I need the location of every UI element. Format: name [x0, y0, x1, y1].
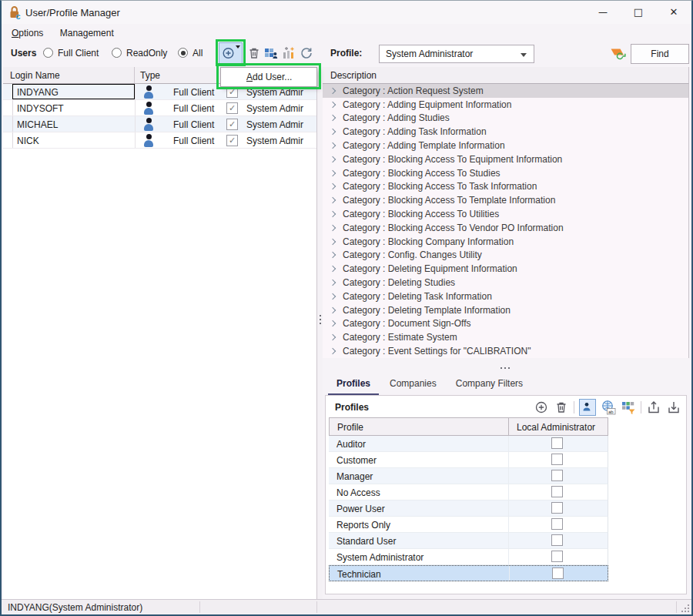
local-admin-checkbox[interactable] — [551, 486, 563, 497]
column-header-login-name[interactable]: Login Name — [3, 67, 135, 83]
chevron-right-icon[interactable] — [330, 197, 336, 203]
local-admin-checkbox[interactable] — [551, 518, 563, 530]
login-name-cell[interactable]: NICK — [12, 132, 135, 148]
user-checkbox[interactable]: ✓ — [226, 119, 238, 130]
category-row[interactable]: Category : Deleting Studies — [323, 276, 688, 290]
refresh-button[interactable] — [299, 45, 314, 61]
chevron-right-icon[interactable] — [330, 334, 336, 340]
category-row[interactable]: Category : Config. Changes Utility — [323, 249, 688, 263]
local-admin-checkbox[interactable] — [551, 470, 563, 481]
chevron-right-icon[interactable] — [330, 280, 336, 286]
user-row-michael[interactable]: MICHAEL Full Client ✓ System Admir — [3, 116, 316, 132]
profile-sync-icon[interactable] — [609, 45, 624, 60]
vertical-splitter[interactable] — [317, 67, 323, 599]
find-button[interactable]: Find — [631, 44, 689, 64]
chevron-right-icon[interactable] — [330, 293, 336, 300]
chevron-right-icon[interactable] — [330, 306, 336, 313]
menu-item-add-user[interactable]: Add User... — [221, 68, 292, 82]
column-header-local-administrator[interactable]: Local Administrator — [508, 417, 608, 436]
chevron-right-icon[interactable] — [330, 211, 336, 217]
category-row[interactable]: Category : Blocking Access To Task Infor… — [323, 180, 688, 194]
user-checkbox[interactable]: ✓ — [226, 135, 238, 146]
chevron-right-icon[interactable] — [330, 238, 336, 244]
minimize-button[interactable]: — — [585, 1, 621, 24]
user-columns-button[interactable] — [263, 45, 279, 61]
resize-grip[interactable] — [680, 603, 689, 612]
profile-row-auditor[interactable]: Auditor — [329, 436, 608, 452]
category-row[interactable]: Category : Event Settings for "CALIBRATI… — [323, 344, 688, 358]
user-row-indysoft[interactable]: INDYSOFT Full Client ✓ System Admir — [3, 100, 316, 116]
column-header-profile[interactable]: Profile — [329, 417, 508, 436]
category-row[interactable]: Category : Blocking Access To Equipment … — [323, 152, 688, 166]
category-row[interactable]: Category : Blocking Access To Studies — [323, 166, 688, 180]
radio-full-client[interactable] — [43, 48, 53, 58]
chevron-right-icon[interactable] — [330, 129, 336, 135]
profile-select[interactable]: System Administrator — [379, 45, 534, 63]
local-admin-checkbox[interactable] — [551, 502, 563, 514]
description-column-header[interactable]: Description — [323, 67, 689, 84]
category-row[interactable]: Category : Blocking Access To Utilities — [323, 207, 688, 221]
chevron-right-icon[interactable] — [330, 320, 336, 326]
user-checkbox[interactable]: ✓ — [226, 102, 238, 114]
category-row[interactable]: Category : Adding Template Information — [323, 139, 688, 152]
profile-row-power-user[interactable]: Power User — [329, 500, 608, 517]
profile-row-manager[interactable]: Manager — [329, 468, 608, 484]
login-name-cell[interactable]: INDYSOFT — [12, 100, 135, 116]
category-row[interactable]: Category : Adding Task Information — [323, 125, 688, 139]
profile-row-system-administrator[interactable]: System Administrator — [329, 549, 608, 565]
radio-readonly-label[interactable]: ReadOnly — [126, 48, 167, 59]
category-row[interactable]: Category : Action Request System — [323, 84, 688, 98]
profile-row-no-access[interactable]: No Access — [329, 484, 608, 500]
local-admin-checkbox[interactable] — [551, 551, 563, 562]
add-user-button[interactable] — [219, 42, 243, 64]
category-row[interactable]: Category : Deleting Equipment Informatio… — [323, 262, 688, 276]
local-admin-checkbox[interactable] — [551, 534, 563, 546]
category-row[interactable]: Category : Document Sign-Offs — [323, 317, 688, 331]
chevron-right-icon[interactable] — [330, 169, 336, 176]
login-name-cell[interactable]: MICHAEL — [12, 116, 135, 132]
tab-companies[interactable]: Companies — [381, 375, 445, 396]
delete-profile-button[interactable] — [554, 400, 569, 415]
close-button[interactable]: ✕ — [656, 1, 691, 24]
profile-row-standard-user[interactable]: Standard User — [329, 533, 608, 549]
maximize-button[interactable]: □ — [621, 1, 656, 24]
category-row[interactable]: Category : Deleting Task Information — [323, 290, 688, 303]
export-profiles-button[interactable] — [646, 400, 661, 415]
local-admin-checkbox[interactable] — [551, 437, 563, 449]
category-row[interactable]: Category : Adding Studies — [323, 112, 688, 126]
radio-full-client-label[interactable]: Full Client — [58, 48, 99, 59]
category-row[interactable]: Category : Estimate System — [323, 330, 688, 344]
category-row[interactable]: Category : Blocking Company Information — [323, 235, 688, 249]
chevron-right-icon[interactable] — [330, 142, 336, 149]
tab-profiles[interactable]: Profiles — [328, 375, 379, 396]
menu-management[interactable]: Management — [53, 24, 121, 42]
menu-options[interactable]: Options — [5, 24, 50, 42]
profile-row-reports-only[interactable]: Reports Only — [329, 517, 608, 533]
radio-all-label[interactable]: All — [192, 48, 203, 59]
delete-user-button[interactable] — [246, 45, 262, 61]
chevron-right-icon[interactable] — [330, 252, 336, 258]
chevron-right-icon[interactable] — [330, 225, 336, 231]
add-profile-button[interactable] — [534, 400, 549, 415]
category-row[interactable]: Category : Blocking Access To Template I… — [323, 193, 688, 207]
chevron-right-icon[interactable] — [330, 156, 336, 162]
chevron-right-icon[interactable] — [330, 266, 336, 272]
category-row[interactable]: Category : Deleting Template Information — [323, 303, 688, 317]
chevron-right-icon[interactable] — [330, 101, 336, 107]
local-admin-checkbox[interactable] — [551, 454, 563, 465]
radio-all[interactable] — [178, 48, 188, 58]
import-profiles-button[interactable] — [666, 400, 681, 415]
category-row[interactable]: Category : Adding Equipment Information — [323, 98, 688, 112]
user-row-nick[interactable]: NICK Full Client ✓ System Admir — [3, 132, 316, 149]
localize-button[interactable]: ab — [601, 400, 616, 415]
horizontal-splitter[interactable] — [500, 362, 512, 373]
radio-readonly[interactable] — [112, 48, 122, 58]
chevron-right-icon[interactable] — [330, 183, 336, 189]
profile-row-customer[interactable]: Customer — [329, 452, 608, 468]
chevron-right-icon[interactable] — [330, 88, 336, 94]
chevron-right-icon[interactable] — [330, 115, 336, 121]
local-admin-checkbox[interactable] — [552, 567, 564, 579]
profile-row-technician[interactable]: Technician — [329, 565, 608, 581]
user-checkbox[interactable]: ✓ — [226, 86, 238, 98]
login-name-cell[interactable]: INDYANG — [12, 84, 135, 99]
